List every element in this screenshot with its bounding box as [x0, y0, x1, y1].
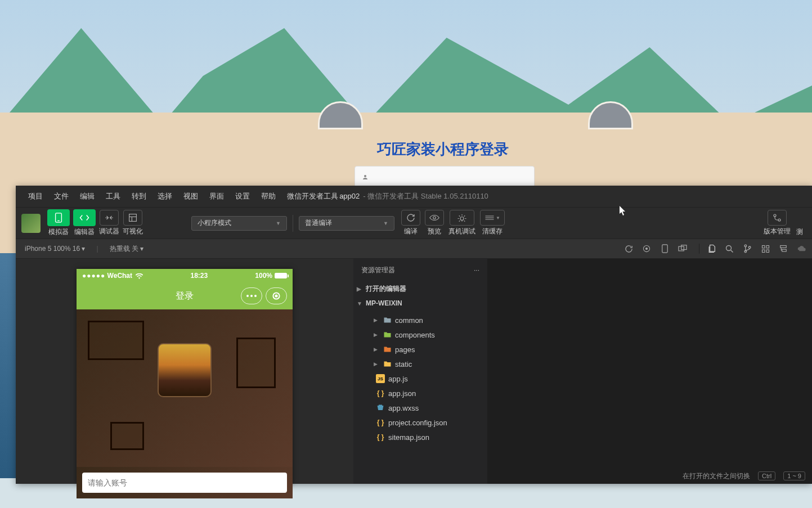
- visualize-label: 可视化: [123, 227, 143, 236]
- editor-statusbar: 在打开的文件之间切换 Ctrl 1 ~ 9: [676, 468, 812, 484]
- editor-main: 在打开的文件之间切换 Ctrl 1 ~ 9: [487, 259, 812, 484]
- svg-point-25: [246, 295, 249, 297]
- svg-point-15: [726, 245, 731, 250]
- user-avatar[interactable]: [21, 214, 41, 233]
- folder-components[interactable]: ▶ components: [353, 327, 487, 342]
- search-icon[interactable]: [724, 244, 734, 254]
- web-login-title: 巧匠家装小程序登录: [377, 140, 509, 159]
- menu-help[interactable]: 帮助: [255, 191, 281, 201]
- svg-point-9: [778, 219, 780, 221]
- folder-pages[interactable]: ▶ pages: [353, 342, 487, 357]
- extensions-icon[interactable]: [760, 244, 770, 254]
- test-label: 测: [796, 227, 803, 237]
- clear-cache-label: 清缓存: [482, 227, 503, 236]
- simulator-toggle[interactable]: [47, 209, 70, 226]
- simulator-panel: ●●●●● WeChat 18:23 100% 登录: [16, 259, 353, 484]
- kbd-range: 1 ~ 9: [783, 471, 805, 480]
- menu-select[interactable]: 选择: [152, 191, 178, 201]
- file-app-js[interactable]: JSapp.js: [353, 371, 487, 386]
- preview-label: 预览: [428, 227, 441, 236]
- js-file-icon: JS: [376, 374, 385, 383]
- json-file-icon: { }: [376, 389, 385, 398]
- preview-button[interactable]: [425, 210, 444, 226]
- svg-point-8: [774, 214, 776, 217]
- detach-icon[interactable]: [678, 244, 688, 254]
- svg-point-6: [433, 217, 436, 219]
- file-project-config[interactable]: { }project.config.json: [353, 415, 487, 430]
- folder-static[interactable]: ▶ static: [353, 357, 487, 371]
- user-icon: [362, 174, 369, 181]
- debugger-toggle[interactable]: [100, 210, 119, 226]
- visualize-toggle[interactable]: [123, 210, 142, 226]
- refresh-icon[interactable]: [623, 244, 634, 254]
- device-icon[interactable]: [660, 244, 670, 254]
- folder-common[interactable]: ▶ common: [353, 313, 487, 327]
- device-selector[interactable]: iPhone 5 100% 16 ▾: [21, 244, 88, 254]
- project-root-section[interactable]: ▼MP-WEIXIN: [353, 296, 487, 311]
- json-file-icon: { }: [376, 418, 385, 427]
- file-explorer: 资源管理器 ··· ▶打开的编辑器 ▼MP-WEIXIN ▶ common: [353, 259, 487, 484]
- clear-cache-button[interactable]: ▼: [480, 210, 505, 226]
- menu-project[interactable]: 项目: [23, 191, 48, 201]
- compile-button[interactable]: [401, 210, 420, 226]
- record-icon[interactable]: [641, 244, 652, 254]
- menu-interface[interactable]: 界面: [204, 191, 230, 201]
- svg-point-26: [250, 295, 253, 297]
- cloud-icon[interactable]: [796, 244, 806, 254]
- menu-settings[interactable]: 设置: [230, 191, 255, 201]
- sub-toolbar: iPhone 5 100% 16 ▾ | 热重载 关 ▾: [16, 239, 812, 259]
- toolbar: 模拟器 编辑器 调试器 可视化 小程序模式▼ 普通编译▼: [16, 207, 812, 239]
- svg-point-7: [460, 217, 464, 221]
- structure-icon[interactable]: [778, 244, 788, 254]
- json-file-icon: { }: [376, 433, 385, 442]
- battery-icon: [275, 273, 287, 278]
- files-icon[interactable]: [706, 244, 716, 254]
- window-title: app02 - 微信开发者工具 Stable 1.05.2110110: [339, 191, 488, 201]
- svg-rect-3: [129, 214, 137, 222]
- version-mgmt-label: 版本管理: [764, 227, 791, 236]
- debugger-label: 调试器: [99, 227, 119, 236]
- nav-menu-button[interactable]: [241, 287, 262, 304]
- svg-rect-19: [762, 245, 765, 248]
- folder-icon: [383, 359, 392, 368]
- svg-point-16: [744, 245, 747, 247]
- web-login-input-row[interactable]: [355, 166, 535, 188]
- phone-simulator[interactable]: ●●●●● WeChat 18:23 100% 登录: [77, 269, 293, 484]
- compile-dropdown[interactable]: 普通编译▼: [299, 216, 394, 231]
- file-app-wxss[interactable]: app.wxss: [353, 401, 487, 415]
- editor-toggle[interactable]: [73, 209, 96, 226]
- phone-time: 18:23: [190, 272, 208, 280]
- svg-point-27: [254, 295, 257, 297]
- wxss-file-icon: [376, 403, 385, 412]
- menu-view[interactable]: 视图: [178, 191, 204, 201]
- version-mgmt-button[interactable]: [768, 210, 787, 226]
- nav-title: 登录: [176, 290, 194, 302]
- folder-icon: [383, 345, 392, 354]
- kbd-ctrl: Ctrl: [758, 471, 775, 480]
- explorer-more-icon[interactable]: ···: [474, 266, 479, 274]
- web-login-input[interactable]: [373, 173, 527, 182]
- svg-point-0: [364, 175, 366, 177]
- svg-point-11: [645, 248, 648, 250]
- hot-reload-selector[interactable]: 热重载 关 ▾: [106, 243, 147, 255]
- svg-point-29: [275, 295, 277, 296]
- menu-tools[interactable]: 工具: [100, 191, 126, 201]
- mode-dropdown[interactable]: 小程序模式▼: [191, 216, 287, 231]
- file-sitemap-json[interactable]: { }sitemap.json: [353, 430, 487, 444]
- menu-goto[interactable]: 转到: [126, 191, 152, 201]
- menu-edit[interactable]: 编辑: [74, 191, 100, 201]
- phone-statusbar: ●●●●● WeChat 18:23 100%: [77, 269, 293, 282]
- file-app-json[interactable]: { }app.json: [353, 386, 487, 401]
- branch-icon[interactable]: [742, 244, 752, 254]
- account-input[interactable]: [82, 473, 287, 493]
- editor-panel: 资源管理器 ··· ▶打开的编辑器 ▼MP-WEIXIN ▶ common: [353, 259, 812, 484]
- folder-icon: [383, 330, 392, 339]
- main-area: ●●●●● WeChat 18:23 100% 登录: [16, 259, 812, 484]
- nav-close-button[interactable]: [266, 287, 287, 304]
- cursor-icon: [619, 206, 627, 216]
- menu-wechat-devtools[interactable]: 微信开发者工具: [281, 191, 344, 201]
- open-editors-section[interactable]: ▶打开的编辑器: [353, 281, 487, 296]
- real-debug-button[interactable]: [450, 210, 474, 226]
- svg-rect-23: [780, 245, 787, 248]
- menu-file[interactable]: 文件: [48, 191, 74, 201]
